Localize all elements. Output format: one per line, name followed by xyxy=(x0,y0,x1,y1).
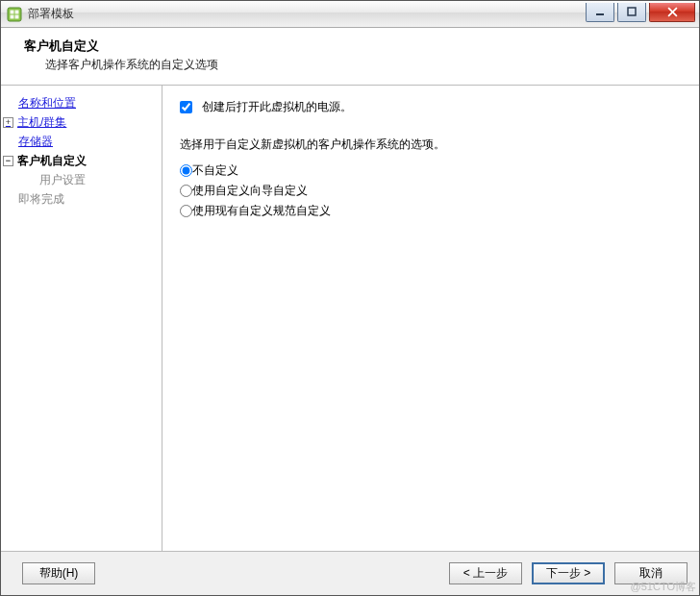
radio-label: 不自定义 xyxy=(192,162,238,179)
radio-wizard-customize: 使用自定义向导自定义 xyxy=(180,183,682,199)
step-label: 存储器 xyxy=(18,133,53,150)
step-label: 主机/群集 xyxy=(17,113,66,131)
svg-rect-0 xyxy=(8,8,21,21)
svg-rect-6 xyxy=(628,8,636,15)
svg-rect-1 xyxy=(11,10,14,13)
radio-no-customize: 不自定义 xyxy=(180,162,682,179)
step-storage[interactable]: 存储器 xyxy=(1,132,162,151)
close-button[interactable] xyxy=(649,3,695,22)
titlebar: 部署模板 xyxy=(1,1,699,28)
power-on-row: 创建后打开此虚拟机的电源。 xyxy=(180,99,682,115)
step-name-location[interactable]: 名称和位置 xyxy=(1,93,162,112)
wizard-body: 名称和位置 + 主机/群集 存储器 − 客户机自定义 用户设置 即将完成 xyxy=(1,86,699,551)
minimize-button[interactable] xyxy=(586,3,614,22)
step-label: 用户设置 xyxy=(39,171,86,188)
radio-wizard-customize-input[interactable] xyxy=(180,185,192,197)
page-title: 客户机自定义 xyxy=(24,37,684,55)
radio-label: 使用自定义向导自定义 xyxy=(192,183,308,199)
expand-icon[interactable]: + xyxy=(3,117,13,128)
wizard-header: 客户机自定义 选择客户机操作系统的自定义选项 xyxy=(1,28,699,86)
next-button[interactable]: 下一步 > xyxy=(532,562,605,584)
cancel-button[interactable]: 取消 xyxy=(614,562,688,584)
wizard-steps-sidebar: 名称和位置 + 主机/群集 存储器 − 客户机自定义 用户设置 即将完成 xyxy=(1,86,162,551)
power-on-checkbox[interactable] xyxy=(180,101,192,113)
radio-no-customize-input[interactable] xyxy=(180,164,192,177)
help-button[interactable]: 帮助(H) xyxy=(22,562,95,584)
step-host-cluster[interactable]: + 主机/群集 xyxy=(1,112,162,132)
wizard-content: 创建后打开此虚拟机的电源。 选择用于自定义新虚拟机的客户机操作系统的选项。 不自… xyxy=(162,86,699,551)
svg-rect-3 xyxy=(11,14,14,18)
step-ready-to-complete: 即将完成 xyxy=(1,189,162,209)
collapse-icon[interactable]: − xyxy=(3,156,13,166)
step-label: 即将完成 xyxy=(18,190,64,208)
maximize-button[interactable] xyxy=(617,3,646,22)
window-controls xyxy=(586,3,699,22)
power-on-label: 创建后打开此虚拟机的电源。 xyxy=(202,99,352,115)
back-button[interactable]: < 上一步 xyxy=(449,562,522,584)
wizard-footer: 帮助(H) < 上一步 下一步 > 取消 xyxy=(1,551,699,595)
svg-rect-2 xyxy=(15,10,19,13)
customization-prompt: 选择用于自定义新虚拟机的客户机操作系统的选项。 xyxy=(180,137,682,153)
radio-spec-customize-input[interactable] xyxy=(180,205,192,217)
radio-spec-customize: 使用现有自定义规范自定义 xyxy=(180,203,682,219)
svg-rect-5 xyxy=(596,13,604,15)
app-icon xyxy=(7,7,22,22)
wizard-window: 部署模板 客户机自定义 选择客户机操作系统的自定义选项 名称和位置 + 主机/群… xyxy=(0,0,700,596)
page-subtitle: 选择客户机操作系统的自定义选项 xyxy=(24,57,684,73)
step-user-settings: 用户设置 xyxy=(1,170,162,189)
svg-rect-4 xyxy=(15,14,19,18)
radio-label: 使用现有自定义规范自定义 xyxy=(192,203,331,219)
step-label: 名称和位置 xyxy=(18,94,76,112)
step-label: 客户机自定义 xyxy=(17,152,87,169)
window-title: 部署模板 xyxy=(28,6,74,22)
step-guest-customization: − 客户机自定义 xyxy=(1,151,162,170)
